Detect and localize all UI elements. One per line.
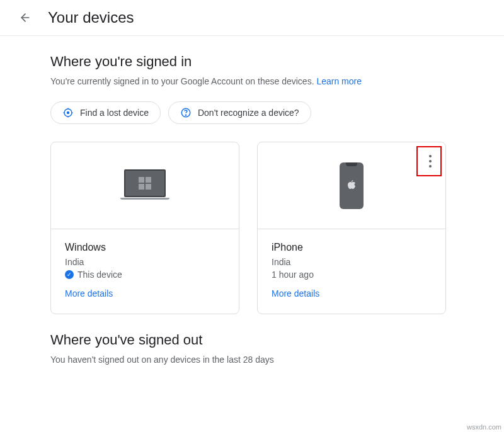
device-status-text: This device	[77, 270, 122, 280]
learn-more-link[interactable]: Learn more	[316, 76, 362, 86]
back-arrow-icon[interactable]	[18, 10, 33, 25]
find-lost-device-button[interactable]: Find a lost device	[50, 101, 161, 124]
device-status: 1 hour ago	[272, 270, 432, 280]
svg-point-8	[185, 115, 186, 115]
signed-in-section: Where you're signed in You're currently …	[0, 36, 504, 314]
device-status-text: 1 hour ago	[272, 270, 314, 280]
device-location: India	[272, 257, 432, 267]
device-name: Windows	[65, 242, 225, 253]
device-menu-button[interactable]	[423, 150, 438, 173]
device-status: This device	[65, 270, 225, 280]
dont-recognize-label: Don't recognize a device?	[198, 108, 299, 118]
windows-logo-icon	[139, 177, 151, 190]
phone-icon	[340, 162, 364, 209]
help-icon	[180, 107, 192, 118]
verified-check-icon	[65, 270, 74, 279]
laptop-icon	[120, 169, 169, 202]
svg-point-2	[67, 112, 69, 114]
device-card-iphone: iPhone India 1 hour ago More details	[257, 142, 446, 314]
find-lost-device-label: Find a lost device	[80, 108, 149, 118]
page-title: Your devices	[48, 9, 134, 26]
device-illustration	[51, 142, 239, 229]
action-pill-row: Find a lost device Don't recognize a dev…	[50, 101, 485, 124]
signed-out-section: Where you've signed out You haven't sign…	[0, 314, 504, 365]
dont-recognize-button[interactable]: Don't recognize a device?	[168, 101, 311, 124]
target-icon	[62, 107, 74, 118]
signed-out-subtitle: You haven't signed out on any devices in…	[50, 355, 485, 365]
device-name: iPhone	[272, 242, 432, 253]
signed-in-subtitle-text: You're currently signed in to your Googl…	[50, 76, 316, 86]
more-details-link[interactable]: More details	[272, 288, 432, 298]
page-header: Your devices	[0, 0, 504, 36]
device-cards: Windows India This device More details	[50, 142, 485, 314]
signed-out-heading: Where you've signed out	[50, 332, 485, 348]
signed-in-heading: Where you're signed in	[50, 54, 485, 70]
device-card-windows: Windows India This device More details	[50, 142, 239, 314]
signed-in-subtitle: You're currently signed in to your Googl…	[50, 76, 485, 86]
device-illustration	[258, 142, 445, 229]
more-details-link[interactable]: More details	[65, 288, 225, 298]
apple-logo-icon	[347, 179, 356, 191]
device-location: India	[65, 257, 225, 267]
